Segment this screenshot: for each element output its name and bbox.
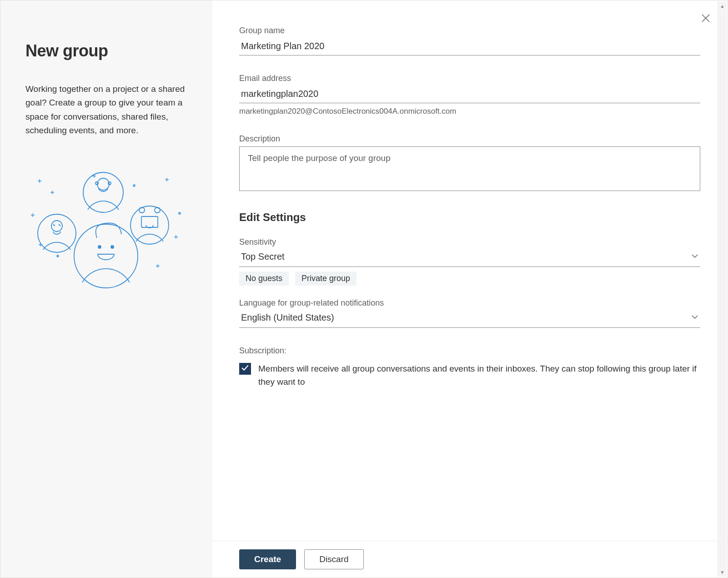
create-button[interactable]: Create bbox=[239, 549, 296, 569]
left-sidebar: New group Working together on a project … bbox=[0, 0, 212, 578]
svg-point-8 bbox=[51, 221, 62, 231]
svg-point-6 bbox=[108, 182, 111, 185]
svg-point-14 bbox=[98, 246, 101, 248]
email-label: Email address bbox=[239, 74, 700, 83]
scroll-down-arrow-icon[interactable]: ▼ bbox=[718, 568, 727, 577]
close-button[interactable] bbox=[696, 9, 716, 29]
svg-point-5 bbox=[95, 182, 98, 185]
sensitivity-label: Sensitivity bbox=[239, 237, 700, 247]
description-label: Description bbox=[239, 134, 700, 144]
form-area: Group name Email address marketingplan20… bbox=[212, 0, 728, 578]
subscription-label: Subscription: bbox=[239, 346, 700, 356]
svg-point-9 bbox=[131, 206, 169, 244]
svg-point-15 bbox=[111, 246, 114, 248]
group-name-field: Group name bbox=[239, 26, 700, 55]
group-name-input[interactable] bbox=[239, 38, 700, 55]
group-name-label: Group name bbox=[239, 26, 700, 35]
edit-settings-heading: Edit Settings bbox=[239, 211, 700, 224]
scroll-up-arrow-icon[interactable]: ▲ bbox=[718, 1, 727, 10]
pill-no-guests: No guests bbox=[239, 271, 289, 286]
language-label: Language for group-related notifications bbox=[239, 298, 700, 308]
sensitivity-field: Sensitivity Top Secret No guests Private… bbox=[239, 237, 700, 286]
svg-rect-12 bbox=[141, 216, 158, 227]
chevron-down-icon bbox=[691, 252, 698, 261]
description-field: Description bbox=[239, 134, 700, 193]
checkmark-icon bbox=[241, 364, 249, 374]
vertical-scrollbar[interactable]: ▲ ▼ bbox=[718, 1, 727, 577]
pill-private-group: Private group bbox=[295, 271, 356, 286]
language-field: Language for group-related notifications… bbox=[239, 298, 700, 328]
people-illustration bbox=[25, 165, 186, 297]
chevron-down-icon bbox=[691, 313, 698, 322]
language-value: English (United States) bbox=[241, 312, 334, 323]
form-scroll-region[interactable]: Group name Email address marketingplan20… bbox=[212, 0, 728, 541]
subscription-field: Subscription: Members will receive all g… bbox=[239, 346, 700, 389]
email-hint: marketingplan2020@ContosoElectronics004A… bbox=[239, 107, 700, 116]
svg-point-2 bbox=[179, 212, 181, 214]
footer-bar: Create Discard bbox=[212, 541, 728, 578]
svg-point-0 bbox=[57, 255, 59, 257]
svg-point-1 bbox=[133, 185, 135, 186]
sensitivity-value: Top Secret bbox=[241, 251, 285, 262]
subscription-text: Members will receive all group conversat… bbox=[258, 362, 700, 389]
svg-point-7 bbox=[38, 214, 76, 252]
svg-point-11 bbox=[155, 207, 160, 213]
intro-text: Working together on a project or a share… bbox=[25, 82, 186, 138]
language-select[interactable]: English (United States) bbox=[239, 311, 700, 328]
page-title: New group bbox=[25, 41, 186, 60]
svg-point-13 bbox=[74, 224, 138, 288]
subscription-checkbox[interactable] bbox=[239, 363, 251, 375]
svg-point-10 bbox=[139, 207, 145, 213]
close-icon bbox=[700, 13, 711, 25]
sensitivity-select[interactable]: Top Secret bbox=[239, 250, 700, 267]
description-input[interactable] bbox=[239, 146, 700, 191]
sensitivity-badges: No guests Private group bbox=[239, 271, 700, 286]
discard-button[interactable]: Discard bbox=[304, 549, 363, 569]
email-input[interactable] bbox=[239, 86, 700, 103]
new-group-panel: New group Working together on a project … bbox=[0, 0, 728, 578]
email-field: Email address marketingplan2020@ContosoE… bbox=[239, 74, 700, 116]
